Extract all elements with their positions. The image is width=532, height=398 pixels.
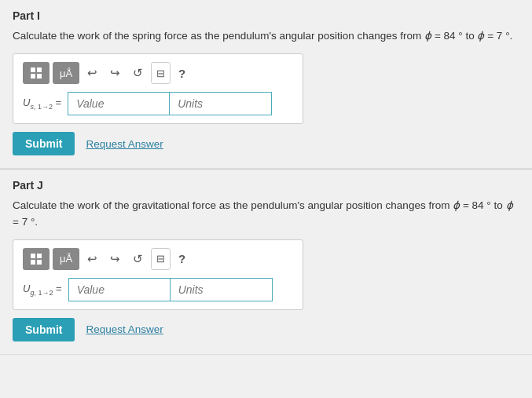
mu-button[interactable]: μÅ (53, 62, 79, 84)
equals2: = (484, 30, 496, 42)
keyboard-icon-j: ⊟ (156, 253, 165, 265)
part-j-value-input[interactable] (68, 278, 171, 301)
part-i-section: Part I Calculate the work of the spring … (0, 0, 532, 169)
part-i-value-input[interactable] (68, 92, 170, 115)
refresh-icon: ↺ (133, 66, 143, 80)
part-j-section: Part J Calculate the work of the gravita… (0, 170, 532, 355)
part-i-units-input[interactable] (170, 92, 272, 115)
refresh-button[interactable]: ↺ (128, 62, 148, 84)
part-i-description: Calculate the work of the spring force a… (13, 28, 519, 44)
part-i-action-row: Submit Request Answer (13, 132, 519, 155)
undo-button-j[interactable]: ↩ (83, 248, 102, 270)
part-i-sub-label: s, 1→2 (30, 103, 53, 111)
deg2: °. (502, 30, 512, 42)
mu-button-j[interactable]: μÅ (53, 248, 79, 270)
part-j-request-answer-link[interactable]: Request Answer (86, 323, 163, 335)
keyboard-button[interactable]: ⊟ (151, 62, 171, 84)
part-j-input-row: Ug, 1→2 = (23, 278, 293, 301)
help-icon-j: ? (178, 252, 185, 265)
desc-prefix: Calculate the work of the spring force a… (13, 30, 424, 42)
svg-rect-7 (37, 260, 42, 265)
request-label: Request Answer (86, 138, 163, 150)
part-j-action-row: Submit Request Answer (13, 318, 519, 341)
mu-label-j: μÅ (60, 253, 72, 265)
part-j-units-input[interactable] (171, 278, 273, 301)
phi1-val: 84 (444, 30, 456, 42)
part-i-toolbar: μÅ ↩ ↪ ↺ ⊟ ? (23, 62, 293, 84)
submit-label: Submit (25, 137, 62, 150)
submit-label-j: Submit (25, 323, 62, 336)
part-i-submit-button[interactable]: Submit (13, 132, 75, 155)
grid-icon-j (30, 253, 42, 265)
phi1-val-j: 84 (472, 199, 484, 211)
part-j-sub-label: g, 1→2 (30, 289, 53, 297)
deg1: ° to (456, 30, 478, 42)
keyboard-button-j[interactable]: ⊟ (151, 248, 171, 270)
redo-button-j[interactable]: ↪ (105, 248, 125, 270)
part-i-label: Part I (13, 9, 519, 22)
redo-icon: ↪ (110, 66, 120, 80)
svg-rect-3 (37, 74, 42, 79)
keyboard-icon: ⊟ (156, 68, 165, 79)
svg-rect-4 (31, 254, 35, 258)
part-j-input-box: μÅ ↩ ↪ ↺ ⊟ ? Ug, 1 (13, 239, 303, 310)
equals1: = (431, 30, 443, 42)
phi2-symbol-j: ϕ (506, 199, 513, 211)
part-j-toolbar: μÅ ↩ ↪ ↺ ⊟ ? (23, 248, 293, 270)
svg-rect-6 (31, 260, 35, 265)
undo-button[interactable]: ↩ (83, 62, 102, 84)
deg2-j: °. (28, 216, 38, 228)
svg-rect-2 (31, 74, 35, 79)
part-i-request-answer-link[interactable]: Request Answer (86, 138, 163, 150)
svg-rect-0 (31, 68, 35, 72)
equals1-j: = (460, 199, 471, 211)
redo-icon-j: ↪ (110, 252, 120, 266)
svg-rect-5 (37, 254, 42, 258)
help-icon: ? (178, 67, 185, 80)
equals2-j: = (13, 216, 22, 228)
svg-rect-1 (37, 68, 42, 72)
part-j-submit-button[interactable]: Submit (13, 318, 75, 341)
help-button-j[interactable]: ? (174, 248, 190, 270)
refresh-icon-j: ↺ (133, 252, 143, 266)
refresh-button-j[interactable]: ↺ (128, 248, 148, 270)
desc-prefix-j: Calculate the work of the gravitational … (13, 199, 453, 211)
part-i-input-row: Us, 1→2 = (23, 92, 293, 115)
mu-label: μÅ (60, 68, 72, 79)
phi1-symbol: ϕ (424, 30, 431, 42)
help-button[interactable]: ? (174, 62, 190, 84)
deg1-j: ° to (484, 199, 506, 211)
undo-icon-j: ↩ (87, 252, 97, 266)
grid-button[interactable] (23, 62, 50, 84)
part-j-label: Part J (13, 179, 519, 192)
page: Part I Calculate the work of the spring … (0, 0, 532, 355)
undo-icon: ↩ (87, 66, 97, 80)
part-j-variable-label: Ug, 1→2 = (23, 283, 62, 297)
grid-button-j[interactable] (23, 248, 50, 270)
part-j-description: Calculate the work of the gravitational … (13, 198, 519, 230)
part-i-variable-label: Us, 1→2 = (23, 97, 61, 111)
part-i-input-box: μÅ ↩ ↪ ↺ ⊟ ? Us, 1 (13, 53, 303, 124)
grid-icon (30, 67, 42, 79)
phi1-symbol-j: ϕ (453, 199, 460, 211)
redo-button[interactable]: ↪ (105, 62, 125, 84)
request-label-j: Request Answer (86, 323, 163, 335)
